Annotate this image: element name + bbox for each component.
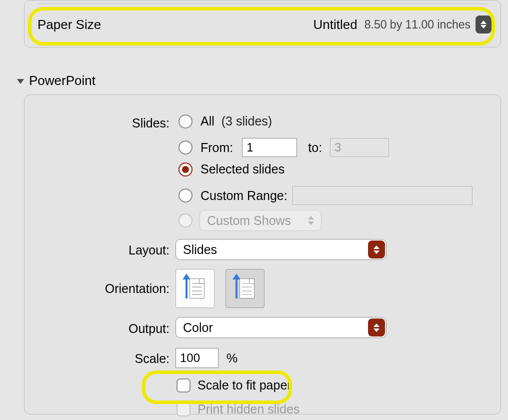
output-label: Output: [128,322,170,336]
scale-to-fit-label: Scale to fit paper [198,378,292,392]
updown-icon [368,240,385,258]
slides-label: Slides: [132,116,170,130]
percent-label: % [226,351,238,366]
layout-label: Layout: [128,243,170,258]
arrow-up-icon [236,278,238,298]
orientation-landscape[interactable] [226,269,264,308]
custom-range-input [292,186,472,205]
paper-size-name: Untitled [314,17,358,32]
print-hidden-checkbox [176,402,190,416]
page-icon [240,278,254,298]
custom-shows-dropdown: Custom Shows [200,210,322,231]
arrow-up-icon [186,278,188,298]
chevron-down-icon [17,79,24,84]
radio-custom-range-label: Custom Range: [200,188,288,203]
orientation-portrait[interactable] [176,269,214,308]
radio-all-label: All (3 slides) [200,114,272,128]
from-input[interactable] [242,138,297,157]
layout-dropdown[interactable]: Slides [176,239,386,260]
scale-label: Scale: [135,352,170,366]
radio-from[interactable] [178,140,192,154]
updown-icon [368,318,385,336]
radio-all[interactable] [178,114,192,128]
paper-size-label: Paper Size [38,17,101,32]
radio-selected-slides[interactable] [178,162,192,176]
powerpoint-section-toggle[interactable]: PowerPoint [17,73,96,88]
orientation-label: Orientation: [105,282,170,296]
paper-size-dimensions: 8.50 by 11.00 inches [364,18,470,32]
radio-from-label: From: [200,140,233,155]
page-icon [190,278,204,298]
to-input [330,138,389,157]
print-hidden-label: Print hidden slides [198,402,300,416]
output-dropdown[interactable]: Color [176,317,386,338]
scale-input[interactable] [176,348,218,368]
to-label: to: [308,140,322,155]
radio-custom-shows [178,214,192,228]
radio-selected-label: Selected slides [200,162,284,176]
divider [38,4,488,4]
paper-size-panel: Paper Size Untitled 8.50 by 11.00 inches [24,0,501,48]
scale-to-fit-checkbox[interactable] [176,378,190,392]
radio-custom-range[interactable] [178,188,192,202]
section-title: PowerPoint [29,73,96,88]
paper-size-dropdown-button[interactable] [476,16,492,34]
powerpoint-panel: Slides: All (3 slides) From: to: Selecte… [24,94,501,414]
